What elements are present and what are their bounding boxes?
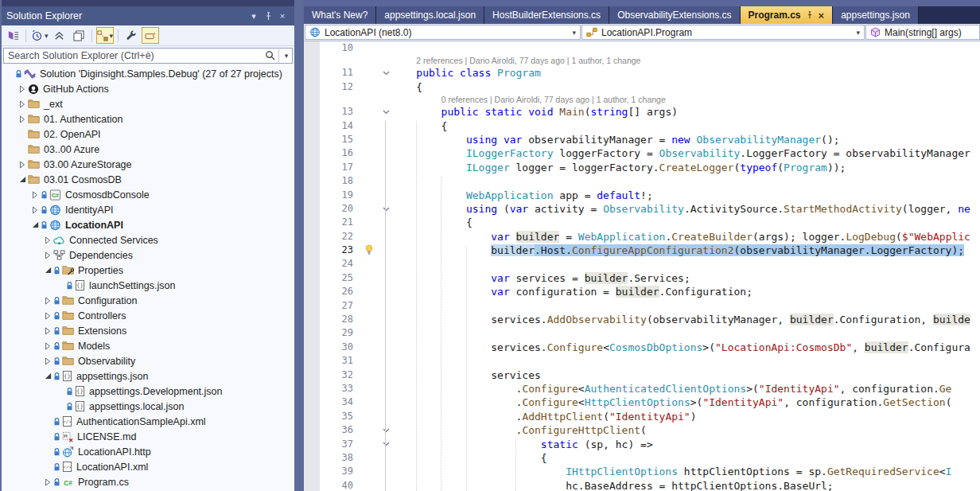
preview-selected-items-button[interactable] (142, 27, 159, 44)
member-dropdown[interactable]: Main(string[] args) (865, 25, 980, 40)
tree-item[interactable]: Properties (2, 263, 294, 278)
fold-chevron-icon[interactable] (383, 71, 390, 76)
tree-expander-icon[interactable] (42, 372, 53, 380)
tree-expander-icon[interactable] (42, 327, 53, 335)
tree-expander-icon[interactable] (42, 267, 53, 274)
sync-with-active-document-button[interactable]: ▾ (96, 27, 115, 44)
tree-item[interactable]: Models (2, 338, 294, 353)
tree-expander-icon[interactable] (17, 161, 28, 169)
tree-item[interactable]: Dependencies (2, 247, 294, 263)
tree-item[interactable]: {}appsettings.json (2, 368, 294, 384)
tab-hostbuilderextensions-cs[interactable]: HostBuilderExtensions.cs (484, 6, 609, 24)
switch-views-button[interactable] (4, 27, 21, 44)
lock-icon (53, 357, 60, 366)
tree-expander-icon[interactable] (42, 251, 53, 259)
panel-splitter[interactable] (294, 0, 304, 491)
codelens-info[interactable]: 2 references | Dario Airoldi, 77 days ag… (416, 55, 980, 66)
fold-chevron-icon[interactable] (383, 207, 390, 212)
tree-item[interactable]: GitHub Actions (2, 81, 294, 96)
code-line: 11 public class Program (304, 66, 980, 80)
tree-item[interactable]: 01. Authentication (2, 111, 294, 127)
code-line-text: 0 references | Dario Airoldi, 77 days ag… (391, 94, 980, 105)
fold-chevron-icon[interactable] (383, 442, 390, 446)
tree-item[interactable]: {}appsettings.Development.json (2, 384, 294, 399)
close-tab-icon[interactable]: × (819, 10, 825, 21)
tree-item-label: GitHub Actions (43, 84, 109, 95)
tree-item[interactable]: Controllers (2, 308, 294, 323)
glyph-margin (304, 271, 320, 285)
tree-item[interactable]: 03..00 Azure (2, 142, 294, 157)
tree-item[interactable]: 02. OpenAPI (2, 127, 294, 142)
pin-tab-icon[interactable] (806, 11, 814, 19)
tab-appsettings-json[interactable]: appsettings.json (833, 6, 919, 24)
tree-item[interactable]: 03.01 CosmosDB (2, 172, 294, 187)
tree-item[interactable]: </>LocationAPI.xml (2, 459, 294, 474)
tree-expander-icon[interactable] (17, 100, 28, 108)
search-icon[interactable] (262, 50, 277, 60)
glyph-margin (304, 451, 320, 465)
tree-expander-icon[interactable] (42, 312, 53, 320)
tree-expander-icon[interactable] (42, 342, 53, 350)
tree-item[interactable]: IdentityAPI (2, 202, 294, 217)
tree-expander-icon[interactable] (29, 221, 41, 228)
tree-expander-icon[interactable] (42, 357, 53, 365)
collapse-all-button[interactable] (51, 27, 68, 44)
chevron-down-icon[interactable]: ▾ (45, 32, 49, 40)
action-gutter (361, 368, 380, 382)
tree-item[interactable]: </>AuthenticationSampleApi.xml (2, 414, 294, 429)
type-dropdown[interactable]: LocationAPI.Program ▾ (581, 25, 865, 40)
tree-item[interactable]: _ext (2, 96, 294, 111)
tab-program-cs[interactable]: Program.cs× (741, 6, 834, 24)
tree-item[interactable]: LocationAPI.http (2, 444, 294, 459)
tree-expander-icon[interactable] (29, 206, 41, 214)
tree-expander-icon[interactable] (17, 85, 28, 93)
tree-item[interactable]: Solution 'Diginsight.Samples.Debug' (27 … (2, 66, 294, 81)
close-icon[interactable]: × (275, 10, 290, 22)
tree-item[interactable]: {}appsettings.local.json (2, 399, 294, 414)
tree-expander-icon[interactable] (17, 115, 28, 123)
tree-item[interactable]: Connected Services (2, 232, 294, 247)
tree-item[interactable]: C#Program.cs (2, 474, 294, 489)
web-project-icon (49, 220, 61, 231)
quick-actions-lightbulb-icon[interactable] (364, 244, 374, 256)
outlining-margin (380, 465, 391, 478)
tree-item[interactable]: Observability (2, 353, 294, 368)
search-input[interactable] (4, 49, 262, 63)
tree-item[interactable]: C#CosmosdbConsole (2, 187, 294, 202)
dependencies-icon (53, 250, 65, 260)
lock-icon (66, 402, 73, 411)
code-line: 30 services.Configure<CosmosDbOptions>("… (304, 341, 980, 354)
project-dropdown[interactable]: LocationAPI (net8.0) ▾ (305, 25, 581, 40)
tab-appsettings-local-json[interactable]: appsettings.local.json (376, 6, 484, 24)
tree-item[interactable]: LocationAPI (2, 217, 294, 232)
tree-item[interactable]: LICENSE.md (2, 429, 294, 444)
tree-item[interactable]: 03.00 AzureStorage (2, 157, 294, 172)
window-position-icon[interactable]: ▾ (247, 10, 261, 22)
tree-expander-icon[interactable] (42, 297, 53, 305)
pending-changes-filter-button[interactable]: ▾ (30, 27, 49, 44)
tree-expander-icon[interactable] (17, 176, 28, 183)
csharp-file-icon: C# (62, 477, 74, 488)
properties-button[interactable] (122, 27, 140, 44)
fold-chevron-icon[interactable] (383, 110, 390, 115)
pin-icon[interactable] (261, 10, 275, 22)
tree-expander-icon[interactable] (29, 191, 41, 199)
show-all-files-icon (73, 30, 84, 41)
code-editor[interactable]: 102 references | Dario Airoldi, 77 days … (304, 41, 980, 491)
lock-icon (41, 190, 48, 200)
line-number: 37 (320, 438, 361, 451)
code-line-text: services.Configure<CosmosDbOptions>("Loc… (391, 341, 980, 354)
tree-item[interactable]: Extensions (2, 323, 294, 338)
tree-item[interactable]: Configuration (2, 293, 294, 308)
fold-chevron-icon[interactable] (383, 428, 390, 433)
show-all-files-button[interactable] (70, 27, 88, 44)
tree-expander-icon[interactable] (42, 236, 53, 244)
tab-observabilityextensions-cs[interactable]: ObservabilityExtensions.cs (609, 6, 740, 24)
chevron-down-icon[interactable]: ▾ (110, 32, 114, 40)
tab-what-s-new-[interactable]: What's New? (304, 6, 376, 24)
tree-expander-icon[interactable] (42, 478, 53, 486)
tree-item[interactable]: {}launchSettings.json (2, 278, 294, 293)
tree-item-label: Configuration (78, 295, 137, 306)
codelens-info[interactable]: 0 references | Dario Airoldi, 77 days ag… (441, 94, 980, 105)
search-options-chevron-icon[interactable]: ▾ (281, 52, 292, 60)
